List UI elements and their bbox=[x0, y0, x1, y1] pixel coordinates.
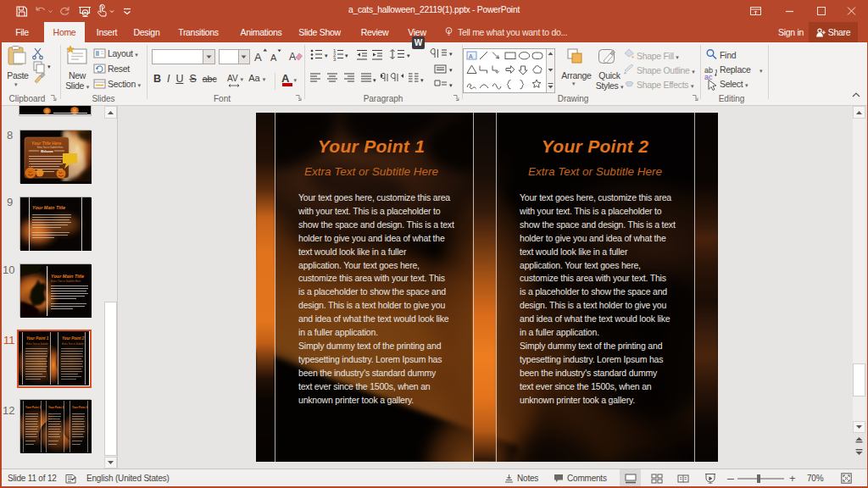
svg-text:Your Point 2: Your Point 2 bbox=[48, 406, 64, 409]
svg-text:A: A bbox=[289, 51, 296, 63]
svg-text:Your Point 1: Your Point 1 bbox=[25, 406, 41, 409]
svg-text:▾: ▾ bbox=[47, 64, 51, 69]
svg-text:▾: ▾ bbox=[420, 77, 424, 83]
svg-text:3: 3 bbox=[333, 57, 337, 62]
svg-text:▾: ▾ bbox=[325, 53, 328, 58]
svg-text:▾: ▾ bbox=[373, 77, 376, 83]
svg-text:Welcome: Welcome bbox=[41, 150, 53, 153]
svg-text:Extra Text or Subtitle: Extra Text or Subtitle bbox=[62, 342, 84, 346]
svg-text:A: A bbox=[469, 53, 473, 59]
svg-text:▾: ▾ bbox=[407, 53, 410, 58]
svg-text:▾: ▾ bbox=[345, 53, 348, 58]
svg-text:Extra Text or Subtitle: Extra Text or Subtitle bbox=[26, 342, 48, 346]
svg-text:▾: ▾ bbox=[449, 51, 453, 57]
svg-text:Your Point 3: Your Point 3 bbox=[72, 406, 87, 409]
svg-text:▾: ▾ bbox=[449, 82, 453, 88]
svg-text:Your Point 2: Your Point 2 bbox=[62, 336, 85, 341]
svg-text:▾: ▾ bbox=[449, 67, 453, 73]
svg-text:Your Main Title: Your Main Title bbox=[51, 274, 84, 279]
svg-text:Extra Text or Subtitle Here: Extra Text or Subtitle Here bbox=[37, 146, 64, 149]
svg-text:A: A bbox=[254, 51, 262, 64]
svg-text:A: A bbox=[270, 53, 277, 63]
svg-text:Your Point 1: Your Point 1 bbox=[26, 336, 49, 341]
svg-text:Your Title Here: Your Title Here bbox=[31, 141, 62, 146]
svg-text:Extra Text or Subtitle Here: Extra Text or Subtitle Here bbox=[51, 280, 81, 283]
svg-text:Your Main Title: Your Main Title bbox=[32, 205, 65, 210]
